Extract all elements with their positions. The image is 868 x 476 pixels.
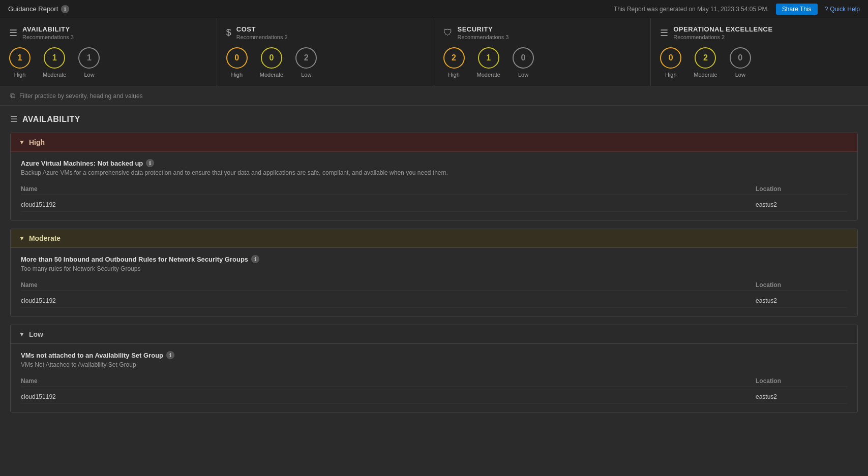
data-table-low-0: Name Location cloud151192 eastus2 — [21, 375, 847, 404]
card-header-cost: $ COST Recommendations 2 — [226, 25, 425, 40]
metric-label-high: High — [665, 72, 677, 78]
metric-label-high: High — [14, 72, 26, 78]
metric-circle-low[interactable]: 1 — [78, 47, 100, 69]
card-header-availability: ☰ AVAILABILITY Recommendations 3 — [9, 25, 207, 40]
chevron-icon-low: ▼ — [19, 331, 25, 338]
col-header-location: Location — [756, 281, 847, 289]
severity-body-high-0: Azure Virtual Machines: Not backed up ℹ … — [11, 152, 857, 220]
filter-placeholder: Filter practice by severity, heading and… — [19, 92, 143, 100]
card-header-security: 🛡 SECURITY Recommendations 3 — [443, 25, 642, 40]
table-row: cloud151192 eastus2 — [21, 198, 847, 212]
rec-title-high-0: Azure Virtual Machines: Not backed up ℹ — [21, 159, 847, 167]
chevron-icon-high: ▼ — [19, 139, 25, 146]
card-subtitle-security: Recommendations 3 — [458, 34, 509, 40]
metric-high: 1 High — [9, 47, 31, 78]
rec-title-low-0: VMs not attached to an Availability Set … — [21, 351, 847, 359]
rec-title-moderate-0: More than 50 Inbound and Outbound Rules … — [21, 255, 847, 263]
card-title-block-operational: OPERATIONAL EXCELLENCE Recommendations 2 — [673, 25, 772, 40]
severity-header-low[interactable]: ▼ Low — [11, 325, 857, 344]
availability-section-header: AVAILABILITY — [10, 114, 858, 124]
rec-info-icon-low-0[interactable]: ℹ — [166, 351, 174, 359]
metric-circle-high[interactable]: 0 — [226, 47, 248, 69]
quick-help-label: Quick Help — [830, 6, 860, 13]
cell-name-0: cloud151192 — [21, 201, 756, 208]
table-header-low-0: Name Location — [21, 375, 847, 387]
metric-circle-low[interactable]: 2 — [295, 47, 317, 69]
card-title-block-cost: COST Recommendations 2 — [236, 25, 288, 40]
chevron-icon-moderate: ▼ — [19, 235, 25, 242]
metric-circle-low[interactable]: 0 — [730, 47, 751, 69]
card-metrics-operational: 0 High 2 Moderate 0 Low — [660, 47, 859, 78]
share-button[interactable]: Share This — [776, 4, 818, 15]
metric-moderate: 1 Moderate — [43, 47, 66, 78]
card-icon-operational: ☰ — [660, 27, 668, 39]
cell-name-0: cloud151192 — [21, 393, 756, 400]
cell-location-0: eastus2 — [756, 393, 847, 400]
table-row: cloud151192 eastus2 — [21, 294, 847, 308]
data-table-moderate-0: Name Location cloud151192 eastus2 — [21, 279, 847, 308]
metric-label-moderate: Moderate — [260, 72, 283, 78]
report-title: Guidance Report ℹ — [8, 5, 69, 13]
card-metrics-security: 2 High 1 Moderate 0 Low — [443, 47, 642, 78]
metric-circle-low[interactable]: 0 — [513, 47, 534, 69]
metric-circle-high[interactable]: 1 — [9, 47, 31, 69]
cell-location-0: eastus2 — [756, 201, 847, 208]
top-bar-right: This Report was generated on May 11, 202… — [614, 4, 860, 15]
report-generated-text: This Report was generated on May 11, 202… — [614, 6, 769, 13]
metric-moderate: 2 Moderate — [694, 47, 717, 78]
metric-label-high: High — [231, 72, 243, 78]
severity-body-moderate-0: More than 50 Inbound and Outbound Rules … — [11, 248, 857, 316]
quick-help-link[interactable]: ? Quick Help — [825, 6, 860, 13]
filter-icon — [10, 91, 15, 100]
metric-high: 2 High — [443, 47, 465, 78]
quick-help-icon: ? — [825, 6, 828, 13]
card-header-operational: ☰ OPERATIONAL EXCELLENCE Recommendations… — [660, 25, 859, 40]
availability-section-title: AVAILABILITY — [22, 115, 80, 124]
metric-circle-high[interactable]: 0 — [660, 47, 681, 69]
metric-high: 0 High — [226, 47, 248, 78]
title-info-icon[interactable]: ℹ — [61, 5, 69, 13]
severity-block-low: ▼ Low VMs not attached to an Availabilit… — [10, 325, 858, 412]
main-content: AVAILABILITY ▼ High Azure Virtual Machin… — [0, 106, 868, 429]
metric-label-high: High — [448, 72, 460, 78]
rec-desc-high-0: Backup Azure VMs for a comprehensive dat… — [21, 169, 847, 176]
card-subtitle-availability: Recommendations 3 — [22, 34, 74, 40]
metric-low: 1 Low — [78, 47, 100, 78]
summary-card-operational: ☰ OPERATIONAL EXCELLENCE Recommendations… — [651, 18, 868, 86]
severity-label-low: Low — [29, 330, 43, 338]
metric-low: 0 Low — [513, 47, 534, 78]
metric-label-moderate: Moderate — [477, 72, 500, 78]
metric-label-moderate: Moderate — [694, 72, 717, 78]
card-title-security: SECURITY — [458, 25, 509, 33]
severity-header-moderate[interactable]: ▼ Moderate — [11, 229, 857, 248]
card-title-cost: COST — [236, 25, 288, 33]
rec-info-icon-high-0[interactable]: ℹ — [146, 159, 154, 167]
card-title-block-security: SECURITY Recommendations 3 — [458, 25, 509, 40]
metric-low: 0 Low — [730, 47, 751, 78]
rec-info-icon-moderate-0[interactable]: ℹ — [251, 255, 259, 263]
severity-header-high[interactable]: ▼ High — [11, 133, 857, 152]
rec-title-text: Azure Virtual Machines: Not backed up — [21, 160, 143, 167]
metric-circle-moderate[interactable]: 2 — [695, 47, 716, 69]
metric-label-low: Low — [84, 72, 94, 78]
severity-block-moderate: ▼ Moderate More than 50 Inbound and Outb… — [10, 229, 858, 316]
card-icon-availability: ☰ — [9, 27, 17, 39]
summary-cards-row: ☰ AVAILABILITY Recommendations 3 1 High … — [0, 18, 868, 86]
col-header-name: Name — [21, 185, 756, 193]
metric-circle-moderate[interactable]: 1 — [478, 47, 499, 69]
card-subtitle-cost: Recommendations 2 — [236, 34, 288, 40]
summary-card-availability: ☰ AVAILABILITY Recommendations 3 1 High … — [0, 18, 217, 86]
metric-circle-moderate[interactable]: 1 — [44, 47, 65, 69]
severity-label-high: High — [29, 138, 45, 146]
cell-location-0: eastus2 — [756, 297, 847, 304]
metric-circle-moderate[interactable]: 0 — [261, 47, 282, 69]
metric-circle-high[interactable]: 2 — [443, 47, 465, 69]
card-metrics-availability: 1 High 1 Moderate 1 Low — [9, 47, 207, 78]
metric-label-low: Low — [518, 72, 528, 78]
data-table-high-0: Name Location cloud151192 eastus2 — [21, 183, 847, 212]
rec-desc-moderate-0: Too many rules for Network Security Grou… — [21, 265, 847, 272]
metric-label-low: Low — [735, 72, 745, 78]
table-header-moderate-0: Name Location — [21, 279, 847, 291]
col-header-name: Name — [21, 281, 756, 289]
metric-high: 0 High — [660, 47, 681, 78]
